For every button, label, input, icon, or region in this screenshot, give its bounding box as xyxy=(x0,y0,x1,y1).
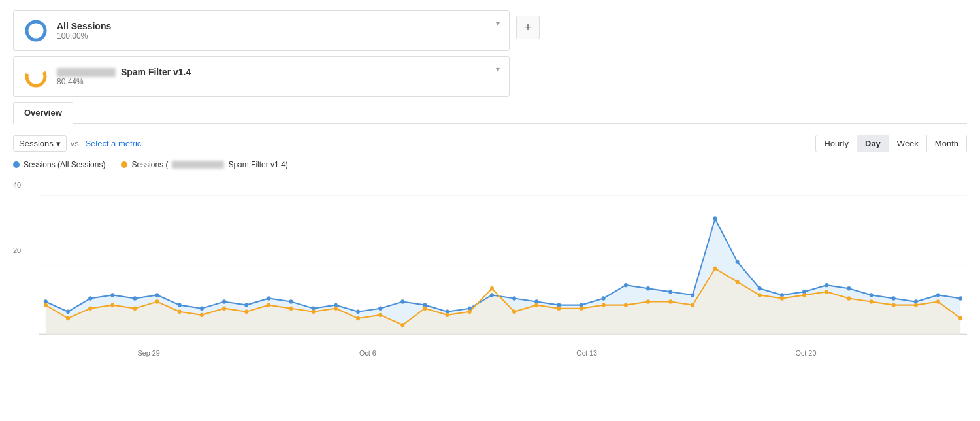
svg-point-85 xyxy=(736,280,740,284)
svg-point-0 xyxy=(27,22,45,40)
sessions-dropdown[interactable]: Sessions ▾ xyxy=(13,135,67,152)
svg-point-69 xyxy=(378,313,382,317)
svg-point-18 xyxy=(178,303,182,307)
svg-point-42 xyxy=(713,216,717,220)
svg-point-95 xyxy=(958,316,962,320)
svg-text:Oct 6: Oct 6 xyxy=(359,349,376,357)
svg-point-77 xyxy=(557,306,561,310)
svg-point-91 xyxy=(870,299,874,303)
legend-dot-1 xyxy=(13,161,20,168)
svg-point-14 xyxy=(88,296,92,300)
svg-point-88 xyxy=(802,293,806,297)
week-button[interactable]: Week xyxy=(889,135,927,152)
svg-point-44 xyxy=(758,286,762,290)
metric-left: Sessions ▾ vs. Select a metric xyxy=(13,135,141,152)
svg-point-87 xyxy=(780,296,784,300)
svg-point-65 xyxy=(289,306,293,310)
svg-point-39 xyxy=(646,286,650,290)
svg-point-26 xyxy=(356,310,360,314)
svg-point-70 xyxy=(400,323,404,327)
y-label-40: 40 xyxy=(13,181,21,189)
svg-point-67 xyxy=(334,306,338,310)
spam-filter-title: Spam Filter v1.4 xyxy=(57,67,500,77)
svg-text:Sep 29: Sep 29 xyxy=(137,349,159,357)
all-sessions-pct: 100.00% xyxy=(57,31,500,41)
month-button[interactable]: Month xyxy=(926,135,967,152)
sessions-label: Sessions xyxy=(19,139,54,148)
svg-point-93 xyxy=(914,303,918,307)
spam-filter-icon xyxy=(23,63,49,90)
all-sessions-card[interactable]: All Sessions 100.00% ▾ xyxy=(13,10,510,51)
select-metric-link[interactable]: Select a metric xyxy=(85,139,141,148)
svg-point-63 xyxy=(244,310,248,314)
svg-point-53 xyxy=(958,296,962,300)
svg-point-57 xyxy=(110,303,114,307)
svg-point-76 xyxy=(534,303,538,307)
spam-filter-info: Spam Filter v1.4 80.44% xyxy=(57,67,500,86)
segments-row: All Sessions 100.00% ▾ Spam Filter v1.4 xyxy=(13,10,967,102)
svg-point-52 xyxy=(936,293,940,297)
svg-point-38 xyxy=(624,283,628,287)
svg-point-83 xyxy=(691,303,694,307)
svg-marker-7 xyxy=(46,269,960,335)
svg-point-72 xyxy=(446,313,449,317)
svg-point-74 xyxy=(490,286,494,290)
svg-text:Oct 20: Oct 20 xyxy=(796,349,817,357)
svg-point-27 xyxy=(378,306,382,310)
legend-item-1: Sessions (All Sessions) xyxy=(13,160,105,169)
svg-point-49 xyxy=(870,293,874,297)
legend-label-2-prefix: Sessions ( xyxy=(131,160,168,169)
svg-point-37 xyxy=(602,296,606,300)
spam-filter-pct: 80.44% xyxy=(57,77,500,86)
svg-point-81 xyxy=(646,299,650,303)
svg-point-71 xyxy=(423,306,427,310)
vs-label: vs. xyxy=(71,139,82,148)
add-segment-button[interactable]: + xyxy=(516,16,540,39)
svg-point-41 xyxy=(691,293,694,297)
svg-point-47 xyxy=(825,283,828,287)
svg-point-84 xyxy=(713,267,717,271)
y-label-20: 20 xyxy=(13,246,21,254)
svg-point-82 xyxy=(668,299,672,303)
svg-point-58 xyxy=(133,306,137,310)
dropdown-arrow-icon: ▾ xyxy=(56,139,61,148)
svg-text:Oct 13: Oct 13 xyxy=(576,349,597,357)
svg-point-33 xyxy=(512,296,516,300)
svg-point-78 xyxy=(580,306,583,310)
svg-point-73 xyxy=(468,310,472,314)
svg-point-60 xyxy=(178,310,182,314)
legend-dot-2 xyxy=(121,161,127,168)
svg-point-59 xyxy=(155,299,159,303)
spam-filter-chevron-icon: ▾ xyxy=(496,65,500,74)
all-sessions-info: All Sessions 100.00% xyxy=(57,21,500,41)
day-button[interactable]: Day xyxy=(857,135,889,152)
svg-point-94 xyxy=(936,299,940,303)
svg-point-48 xyxy=(847,286,851,290)
chart-svg: Sep 29 Oct 6 Oct 13 Oct 20 xyxy=(39,175,967,384)
legend-blurred-text xyxy=(172,161,224,169)
hourly-button[interactable]: Hourly xyxy=(815,135,857,152)
chart-legend: Sessions (All Sessions) Sessions ( Spam … xyxy=(13,160,967,169)
svg-point-15 xyxy=(110,293,114,297)
all-sessions-title: All Sessions xyxy=(57,21,500,31)
svg-point-20 xyxy=(222,299,226,303)
segments-list: All Sessions 100.00% ▾ Spam Filter v1.4 xyxy=(13,10,510,102)
svg-point-80 xyxy=(624,303,628,307)
page-container: All Sessions 100.00% ▾ Spam Filter v1.4 xyxy=(0,0,980,421)
svg-point-23 xyxy=(289,299,293,303)
svg-point-68 xyxy=(356,316,360,320)
svg-point-19 xyxy=(200,306,204,310)
all-sessions-icon xyxy=(23,18,49,44)
legend-label-2-suffix: Spam Filter v1.4) xyxy=(228,160,287,169)
svg-point-1 xyxy=(27,67,45,86)
svg-point-54 xyxy=(44,303,48,307)
svg-point-92 xyxy=(892,303,896,307)
svg-point-90 xyxy=(847,296,851,300)
svg-point-22 xyxy=(267,296,270,300)
svg-point-75 xyxy=(512,310,516,314)
spam-filter-card[interactable]: Spam Filter v1.4 80.44% ▾ xyxy=(13,56,510,97)
tab-overview[interactable]: Overview xyxy=(13,102,73,124)
svg-point-21 xyxy=(244,303,248,307)
overview-tab-bar: Overview xyxy=(13,102,967,124)
svg-point-79 xyxy=(602,303,606,307)
